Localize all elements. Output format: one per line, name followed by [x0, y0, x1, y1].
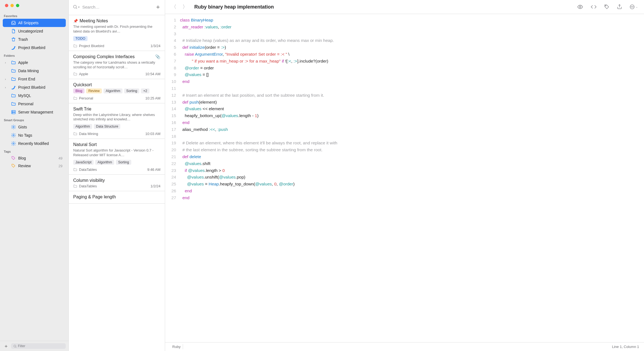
code-line: # the last element in the subtree, sorti… [180, 147, 337, 153]
snippet-excerpt: Natural Sort algorithm for Javascript - … [73, 148, 160, 158]
folder-icon [73, 132, 77, 136]
tag-count: 49 [59, 156, 62, 160]
sidebar-item-folder[interactable]: › MySQL [3, 91, 66, 100]
snippet-tag[interactable]: Blog [73, 88, 84, 93]
chevron-right-icon: › [5, 86, 9, 89]
sidebar-item-favorite[interactable]: › Uncategorized [3, 27, 66, 35]
sidebar-item-folder[interactable]: › Personal [3, 100, 66, 108]
sidebar-item-folder[interactable]: › Front End [3, 75, 66, 83]
folder-icon [11, 93, 16, 98]
snippet-tag[interactable]: +2 [141, 88, 149, 93]
search-placeholder: Search… [82, 5, 100, 9]
code-line: # Initialize heap (values) as an array a… [180, 37, 337, 44]
sidebar-item-label: Personal [18, 102, 64, 106]
editor-panel: 〈 〉 Ruby binary heap implementation ⌄ 12… [165, 0, 644, 351]
snippet-row[interactable]: Natural Sort Natural Sort algorithm for … [69, 139, 165, 175]
snippet-title: Paging & Page length [73, 195, 116, 199]
sidebar-item-smart[interactable]: › Recently Modified [3, 139, 66, 148]
snippet-footer: Apple 10:54 AM [73, 72, 160, 76]
zoom-window-button[interactable] [16, 4, 19, 7]
sidebar-item-smart[interactable]: › Gists [3, 123, 66, 131]
add-button[interactable]: ＋ [3, 343, 9, 349]
snippet-tag[interactable]: Algorithm [103, 88, 122, 93]
attachment-icon: 📎 [155, 54, 160, 59]
sidebar-item-label: Trash [18, 37, 64, 42]
snippet-tag[interactable]: Sorting [124, 88, 140, 93]
line-number-gutter: 1234567891011121314151617181920212223242… [165, 17, 180, 339]
line-number: 25 [165, 181, 176, 188]
line-number: 6 [165, 51, 176, 58]
list-toolbar: ▾ Search… ＋ [69, 0, 165, 15]
sidebar-tag-item[interactable]: Blog 49 [3, 154, 66, 162]
code-line: attr_reader :values, :order [180, 24, 337, 31]
filter-input[interactable]: Filter [11, 343, 66, 349]
line-number: 18 [165, 133, 176, 140]
doc-icon [11, 29, 16, 34]
snippet-title: Quicksort [73, 82, 92, 87]
code-line: # Insert an element at the last position… [180, 92, 337, 99]
nav-forward-button[interactable]: 〉 [182, 3, 188, 10]
close-window-button[interactable] [5, 4, 8, 7]
snippet-footer: DataTables 9:46 AM [73, 168, 160, 172]
sidebar-item-favorite[interactable]: › All Snippets [3, 19, 66, 27]
more-icon[interactable]: ⌄ [629, 4, 638, 10]
snippet-tag[interactable]: Algorithm [95, 160, 114, 165]
sidebar-item-folder[interactable]: › Apple [3, 58, 66, 67]
snippet-list: 📌Meeting Notes The meeting opened with D… [69, 15, 165, 351]
sidebar-item-folder[interactable]: › Server Management [3, 108, 66, 116]
folders-header: Folders [3, 52, 66, 58]
sidebar-tag-item[interactable]: Review 29 [3, 162, 66, 170]
sidebar-item-smart[interactable]: › No Tags [3, 131, 66, 139]
snippet-tag[interactable]: Review [86, 88, 102, 93]
folder-icon [11, 101, 16, 106]
snippet-row[interactable]: Composing Complex Interfaces📎 The catego… [69, 51, 165, 79]
snippet-tag[interactable]: JavaScript [73, 160, 94, 165]
snippet-footer: DataTables 1/2/24 [73, 184, 160, 188]
gear-icon [11, 133, 16, 138]
bird-icon [11, 45, 16, 50]
editor-body[interactable]: 1234567891011121314151617181920212223242… [165, 14, 644, 342]
code-line: heapfy_bottom_up(@values.length - 1) [180, 112, 337, 119]
preview-icon[interactable] [577, 4, 583, 10]
code-icon[interactable] [590, 4, 597, 10]
nav-arrows: 〈 〉 [171, 3, 188, 10]
share-icon[interactable] [617, 4, 622, 10]
snippet-tag[interactable]: Sorting [116, 160, 131, 165]
tag-icon[interactable] [604, 4, 610, 10]
language-selector[interactable]: Ruby [170, 344, 183, 349]
new-snippet-button[interactable]: ＋ [155, 3, 161, 11]
sidebar-item-folder[interactable]: › Data Mining [3, 67, 66, 75]
editor-title[interactable]: Ruby binary heap implementation [194, 4, 274, 10]
sidebar-item-folder[interactable]: › Project Bluebird [3, 83, 66, 91]
snippet-excerpt: Deep within the Labyrinthine Library, wh… [73, 113, 160, 122]
sidebar-item-favorite[interactable]: › Project Bluebird [3, 44, 66, 52]
sidebar-item-label: Gists [18, 125, 64, 129]
code-line: " if you want a min_heap or :> for a max… [180, 58, 337, 65]
sidebar-item-label: All Snippets [18, 21, 64, 25]
snippet-row[interactable]: Column visibility DataTables 1/2/24 [69, 175, 165, 191]
snippet-row[interactable]: Quicksort BlogReviewAlgorithmSorting+2 P… [69, 79, 165, 103]
svg-line-8 [16, 347, 16, 347]
snippet-title-row: Quicksort [73, 82, 160, 87]
minimize-window-button[interactable] [10, 4, 14, 7]
sidebar-item-favorite[interactable]: › Trash [3, 35, 66, 44]
search-input[interactable]: ▾ Search… [73, 4, 100, 9]
snippet-row[interactable]: Paging & Page length [69, 191, 165, 204]
snippet-tag[interactable]: TODO [73, 36, 88, 41]
snippet-row[interactable]: 📌Meeting Notes The meeting opened with D… [69, 15, 165, 51]
line-number: 14 [165, 106, 176, 112]
code-line: alias_method :<<, :push [180, 126, 337, 133]
snippet-tag[interactable]: Algorithm [73, 124, 92, 129]
line-number: 22 [165, 160, 176, 167]
line-number: 7 [165, 58, 176, 65]
line-number: 20 [165, 147, 176, 153]
nav-back-button[interactable]: 〈 [171, 3, 176, 10]
svg-point-16 [632, 7, 632, 7]
smart-groups-header: Smart Groups [3, 116, 66, 123]
snippet-row[interactable]: Swift Trie Deep within the Labyrinthine … [69, 103, 165, 139]
snippet-tag[interactable]: Data Structure [94, 124, 121, 129]
folder-icon [11, 77, 16, 82]
tag-icon [11, 164, 16, 168]
snippet-folder: Data Mining [79, 132, 98, 136]
code-area[interactable]: class BinaryHeap attr_reader :values, :o… [180, 17, 343, 339]
